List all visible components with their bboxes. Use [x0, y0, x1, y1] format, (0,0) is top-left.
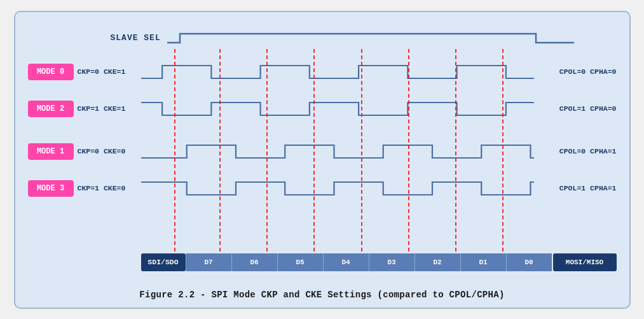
mode0-waveform	[141, 60, 534, 83]
mode3-badge: MODE 3	[28, 180, 74, 197]
mode3-waveform	[141, 177, 534, 200]
mode1-cpol: CPOL=0 CPHA=1	[534, 147, 617, 155]
mode3-row: MODE 3 CKP=1 CKE=0 CPOL=1 CPHA=1	[28, 172, 617, 205]
bit-d2: D2	[414, 253, 460, 271]
databus-row: SDI/SDO D7 D6 D5 D4 D3 D2 D1 D0 MOSI/MIS…	[28, 253, 617, 272]
bit-d1: D1	[460, 253, 506, 271]
mode1-waveform	[141, 140, 534, 163]
bit-d4: D4	[323, 253, 369, 271]
mode0-row: MODE 0 CKP=0 CKE=1 CPOL=0 CPHA=0	[28, 55, 617, 89]
mode1-row: MODE 1 CKP=0 CKE=0 CPOL=0 CPHA=1	[28, 135, 617, 168]
diagram-content: SLAVE SEL MODE 0 CKP=0 CKE=1 CPOL=0 CPH	[28, 24, 617, 285]
sdi-sdo-label: SDI/SDO	[141, 253, 186, 271]
mode2-cpol: CPOL=1 CPHA=0	[534, 104, 617, 113]
mode1-svg	[141, 140, 534, 163]
slave-sel-label: SLAVE SEL	[111, 33, 161, 43]
mode3-svg	[141, 177, 534, 200]
mode2-ckp: CKP=1 CKE=1	[78, 104, 141, 113]
mode2-badge: MODE 2	[28, 101, 74, 117]
slave-sel-waveform	[167, 29, 574, 48]
outer-container: SLAVE SEL MODE 0 CKP=0 CKE=1 CPOL=0 CPH	[14, 11, 631, 309]
bit-d0: D0	[506, 253, 552, 271]
mode1-ckp: CKP=0 CKE=0	[78, 147, 141, 155]
mode0-cpol: CPOL=0 CPHA=0	[534, 67, 617, 76]
bit-d7: D7	[186, 253, 231, 271]
mode0-badge: MODE 0	[28, 64, 74, 80]
mode3-cpol: CPOL=1 CPHA=1	[534, 184, 617, 192]
bit-d3: D3	[369, 253, 414, 271]
mode0-ckp: CKP=0 CKE=1	[78, 67, 141, 76]
bit-d5: D5	[277, 253, 323, 271]
mode1-badge: MODE 1	[28, 143, 74, 160]
mode3-ckp: CKP=1 CKE=0	[78, 184, 141, 192]
mode0-svg	[141, 60, 534, 83]
mode2-row: MODE 2 CKP=1 CKE=1 CPOL=1 CPHA=0	[28, 92, 617, 125]
mosi-miso-label: MOSI/MISO	[553, 253, 617, 271]
slave-sel-row: SLAVE SEL	[111, 29, 574, 48]
diagram-area: SLAVE SEL MODE 0 CKP=0 CKE=1 CPOL=0 CPH	[28, 24, 617, 285]
mode2-waveform	[141, 97, 534, 120]
figure-caption: Figure 2.2 - SPI Mode CKP and CKE Settin…	[28, 290, 617, 300]
bit-d6: D6	[231, 253, 277, 271]
mode2-svg	[141, 97, 534, 120]
